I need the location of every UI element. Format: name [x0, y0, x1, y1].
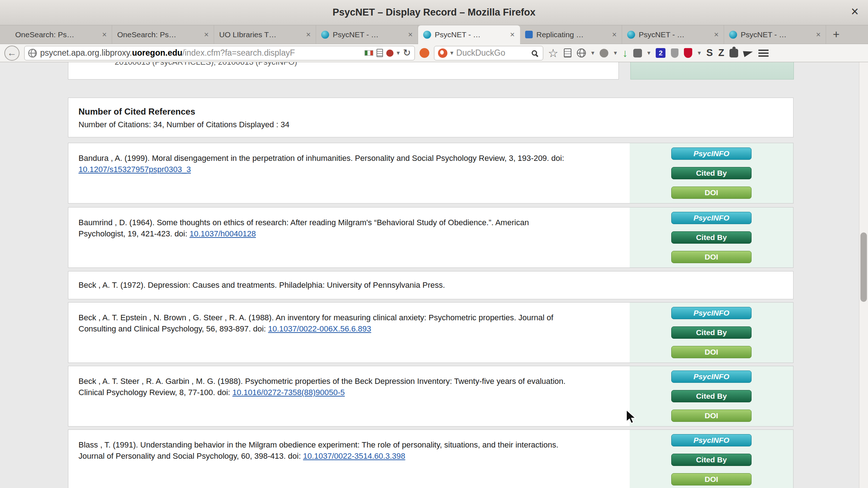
tab-label: OneSearch: Ps…	[117, 30, 200, 39]
page-action-red-icon[interactable]	[386, 50, 393, 57]
tab-close-icon[interactable]: ×	[612, 30, 617, 39]
puzzle-addon-icon[interactable]	[729, 49, 738, 57]
tab-psycnet-3[interactable]: PsycNET - … ×	[724, 25, 826, 44]
download-helper-icon[interactable]: ↓	[622, 48, 628, 59]
new-tab-button[interactable]: +	[826, 25, 846, 44]
navigation-toolbar: ← psycnet.apa.org.libproxy.uoregon.edu/i…	[0, 44, 868, 62]
tab-close-icon[interactable]: ×	[714, 30, 719, 39]
citation-text: Bandura , A. (1999). Moral disengagement…	[68, 143, 630, 203]
citation-body: Baumrind , D. (1964). Some thoughts on e…	[78, 218, 529, 238]
url-bar[interactable]: psycnet.apa.org.libproxy.uoregon.edu/ind…	[24, 46, 415, 60]
window-close-button[interactable]: ×	[851, 5, 859, 18]
doi-link[interactable]: 10.1037/h0040128	[190, 229, 256, 238]
tab-close-icon[interactable]: ×	[408, 30, 413, 39]
tab-close-icon[interactable]: ×	[306, 30, 311, 39]
cited-by-button[interactable]: Cited By	[671, 167, 752, 179]
tab-replicating[interactable]: Replicating … ×	[520, 25, 622, 44]
chevron-down-icon[interactable]: ▾	[397, 49, 400, 57]
tab-onesearch-1[interactable]: OneSearch: Ps… ×	[10, 25, 112, 44]
shield-icon[interactable]	[671, 48, 678, 58]
reference-actions: PsycINFO Cited By DOI	[630, 143, 793, 203]
search-icon[interactable]	[532, 50, 537, 56]
chevron-down-icon[interactable]: ▾	[698, 49, 701, 57]
reload-icon[interactable]: ↻	[403, 47, 411, 59]
addon-s-icon[interactable]: S	[706, 48, 713, 58]
psycinfo-button[interactable]: PsycINFO	[671, 307, 752, 319]
search-bar[interactable]: ▾ DuckDuckGo	[434, 46, 543, 60]
chevron-down-icon[interactable]: ▾	[450, 49, 454, 57]
doi-button[interactable]: DOI	[671, 410, 752, 422]
cited-by-button[interactable]: Cited By	[671, 454, 752, 466]
doi-link[interactable]: 10.1207/s15327957pspr0303_3	[78, 165, 191, 174]
reference-actions: PsycINFO Cited By DOI	[630, 366, 793, 426]
tab-psycnet-1[interactable]: PsycNET - … ×	[316, 25, 418, 44]
doi-link[interactable]: 10.1016/0272-7358(88)90050-5	[233, 388, 345, 397]
doi-button[interactable]: DOI	[671, 346, 752, 358]
addon-icon-2[interactable]	[633, 49, 642, 57]
tab-label: UO LIbraries T…	[219, 30, 302, 39]
reference-row: Blass , T. (1991). Understanding behavio…	[68, 429, 793, 488]
tab-uo-libraries[interactable]: UO LIbraries T… ×	[214, 25, 316, 44]
send-plane-icon[interactable]	[743, 49, 754, 57]
tab-close-icon[interactable]: ×	[816, 30, 821, 39]
addon-page-action-icon[interactable]	[420, 48, 429, 58]
citation-text: Blass , T. (1991). Understanding behavio…	[68, 430, 630, 488]
reader-mode-icon[interactable]	[376, 49, 383, 57]
doi-button[interactable]: DOI	[671, 187, 752, 199]
doi-link[interactable]: 10.1037/0022-006X.56.6.893	[268, 324, 371, 333]
doi-button[interactable]: DOI	[671, 251, 752, 263]
tab-label: PsycNET - …	[333, 30, 404, 39]
reference-row: Baumrind , D. (1964). Some thoughts on e…	[68, 207, 793, 268]
tab-onesearch-2[interactable]: OneSearch: Ps… ×	[112, 25, 214, 44]
citation-body: Beck , A. T. (1972). Depression: Causes …	[78, 281, 445, 290]
flagfox-flag-icon[interactable]	[365, 50, 373, 56]
reference-actions: PsycINFO Cited By DOI	[630, 207, 793, 267]
psycinfo-button[interactable]: PsycINFO	[671, 371, 752, 383]
doi-link[interactable]: 10.1037/0022-3514.60.3.398	[303, 451, 405, 461]
citation-text: Beck , A. T. Epstein , N. Brown , G. Ste…	[68, 303, 630, 363]
cited-by-button[interactable]: Cited By	[671, 231, 752, 244]
cited-by-button[interactable]: Cited By	[671, 390, 752, 402]
adblock-icon[interactable]	[684, 48, 692, 58]
toolbar-icon-row: ☆ ▾ ▾ ↓ ▾ 2 ▾ S Z	[548, 47, 769, 59]
chevron-down-icon[interactable]: ▾	[591, 49, 595, 57]
bookmark-star-icon[interactable]: ☆	[548, 47, 558, 59]
globe-icon[interactable]	[577, 48, 586, 57]
back-button[interactable]: ←	[4, 46, 20, 61]
badge-icon[interactable]: 2	[656, 48, 665, 58]
pocket-icon[interactable]	[564, 48, 571, 57]
citation-count-text: Number of Citations: 34, Number of Citat…	[78, 120, 793, 129]
clipped-record-box: 20100613 (PsycARTICLES); 20100613 (PsycI…	[68, 62, 619, 80]
chevron-down-icon[interactable]: ▾	[614, 49, 617, 57]
zotero-icon[interactable]: Z	[718, 48, 724, 58]
menu-icon[interactable]	[758, 50, 769, 57]
mouse-cursor	[626, 409, 638, 427]
citation-text: Baumrind , D. (1964). Some thoughts on e…	[68, 207, 630, 267]
tab-close-icon[interactable]: ×	[204, 30, 209, 39]
site-identity-icon[interactable]	[28, 49, 37, 57]
vertical-scrollbar[interactable]	[859, 62, 868, 488]
url-text[interactable]: psycnet.apa.org.libproxy.uoregon.edu/ind…	[40, 48, 361, 58]
citation-body: Bandura , A. (1999). Moral disengagement…	[78, 154, 564, 163]
search-input[interactable]: DuckDuckGo	[456, 48, 529, 58]
chevron-down-icon[interactable]: ▾	[647, 49, 651, 57]
clipped-sidebar-panel	[630, 62, 794, 80]
tab-close-icon[interactable]: ×	[510, 30, 515, 39]
psycinfo-button[interactable]: PsycINFO	[671, 212, 752, 224]
doi-button[interactable]: DOI	[671, 473, 752, 485]
tab-label: PsycNET - …	[435, 30, 506, 39]
reference-actions: PsycINFO Cited By DOI	[630, 430, 793, 488]
url-prefix: psycnet.apa.org.libproxy.	[40, 48, 132, 57]
cited-by-button[interactable]: Cited By	[671, 326, 752, 339]
addon-icon-1[interactable]	[600, 49, 608, 57]
url-domain: uoregon.edu	[132, 48, 182, 57]
scrollbar-thumb[interactable]	[860, 232, 867, 302]
window-title: PsycNET – Display Record – Mozilla Firef…	[332, 7, 535, 18]
tab-close-icon[interactable]: ×	[102, 30, 107, 39]
psycinfo-button[interactable]: PsycINFO	[671, 147, 752, 160]
tab-psycnet-2[interactable]: PsycNET - … ×	[622, 25, 724, 44]
duckduckgo-icon[interactable]	[438, 48, 447, 58]
citation-text: Beck , A. T. (1972). Depression: Causes …	[68, 271, 793, 299]
tab-psycnet-active[interactable]: PsycNET - … ×	[418, 25, 520, 44]
psycinfo-button[interactable]: PsycINFO	[671, 434, 752, 446]
